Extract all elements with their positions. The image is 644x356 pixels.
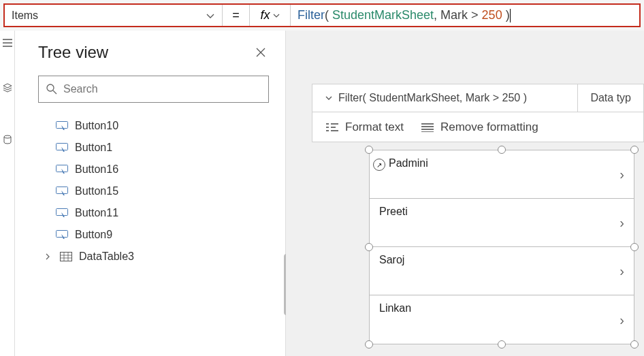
fx-cell[interactable]: fx — [250, 5, 291, 26]
resize-handle[interactable] — [365, 243, 373, 251]
rail-data-icon[interactable] — [0, 127, 15, 152]
svg-point-0 — [4, 135, 11, 138]
gallery-row[interactable]: Linkan › — [370, 295, 634, 344]
tree-item-label: Button1 — [75, 142, 112, 154]
formula-token-datasource: StudentMarkSheet — [332, 8, 434, 22]
resize-handle[interactable] — [630, 146, 639, 154]
tree-item-button1[interactable]: Button1 — [15, 137, 285, 159]
tree-header: Tree view — [15, 43, 285, 71]
gallery-body: ↗ Padmini › Preeti › Saroj › Linkan › — [369, 150, 634, 344]
gallery-row-name: Saroj — [379, 254, 404, 266]
tree-item-datatable3[interactable]: DataTable3 — [15, 246, 285, 268]
remove-format-icon — [421, 123, 434, 132]
tree-title: Tree view — [38, 43, 108, 62]
text-cursor — [510, 9, 511, 22]
svg-rect-2 — [57, 122, 68, 129]
resize-handle[interactable] — [498, 146, 506, 154]
table-icon — [60, 251, 72, 262]
canvas-area: Filter( StudentMarkSheet, Mark > 250 ) D… — [286, 31, 644, 356]
remove-formatting-button[interactable]: Remove formatting — [421, 120, 538, 134]
property-selector[interactable]: Items — [5, 5, 223, 26]
tree-item-label: Button16 — [75, 163, 118, 176]
tree-item-label: Button15 — [75, 185, 118, 197]
button-icon — [56, 208, 68, 219]
svg-rect-3 — [57, 144, 68, 150]
tree-list: Button10 Button1 Button16 Button15 Butto… — [15, 112, 285, 268]
left-rail — [0, 31, 15, 356]
close-icon[interactable] — [255, 47, 266, 58]
result-datatype-segment[interactable]: Data typ — [578, 84, 643, 112]
rail-tree-icon[interactable] — [0, 31, 15, 55]
format-text-button[interactable]: Format text — [326, 120, 404, 134]
tree-item-button16[interactable]: Button16 — [15, 159, 285, 180]
tree-item-button10[interactable]: Button10 — [15, 115, 285, 137]
result-formula-text: Filter( StudentMarkSheet, Mark > 250 ) — [338, 92, 527, 104]
tree-item-label: DataTable3 — [79, 250, 134, 263]
resize-handle[interactable] — [630, 243, 639, 251]
formula-token-func: Filter — [297, 8, 325, 22]
resize-handle[interactable] — [365, 340, 373, 349]
fx-label: fx — [260, 8, 270, 22]
search-icon — [46, 83, 58, 95]
rail-layers-icon[interactable] — [0, 76, 15, 100]
equals-label: = — [232, 8, 240, 22]
formula-result-bar: Filter( StudentMarkSheet, Mark > 250 ) D… — [312, 84, 644, 112]
chevron-right-icon[interactable]: › — [619, 215, 624, 231]
button-icon — [56, 142, 68, 153]
button-icon — [56, 186, 68, 197]
svg-rect-8 — [61, 253, 72, 261]
chevron-right-icon[interactable] — [42, 253, 53, 260]
formula-token-close: ) — [502, 8, 510, 22]
resize-handle[interactable] — [365, 146, 373, 154]
chevron-right-icon[interactable]: › — [619, 167, 624, 182]
tree-item-label: Button9 — [75, 229, 112, 241]
chevron-right-icon[interactable]: › — [619, 312, 624, 327]
gallery-row-name: Padmini — [389, 157, 428, 169]
formula-token-open: ( — [325, 8, 332, 22]
search-input[interactable] — [63, 83, 261, 95]
button-icon — [56, 229, 68, 240]
equals-cell: = — [223, 5, 250, 26]
tree-item-label: Button11 — [75, 207, 118, 219]
button-icon — [56, 120, 68, 131]
gallery-row[interactable]: Saroj › — [370, 247, 634, 295]
remove-formatting-label: Remove formatting — [440, 120, 538, 134]
tree-item-button15[interactable]: Button15 — [15, 180, 285, 202]
result-datatype-text: Data typ — [590, 92, 631, 104]
svg-rect-7 — [57, 231, 68, 238]
gallery-row[interactable]: Preeti › — [370, 199, 634, 247]
gallery-row[interactable]: ↗ Padmini › — [370, 150, 634, 199]
tree-view-panel: Tree view Button10 Button1 Button16 Butt… — [15, 31, 286, 356]
gallery-control[interactable]: ↗ Padmini › Preeti › Saroj › Linkan › — [369, 150, 634, 344]
tree-item-button9[interactable]: Button9 — [15, 224, 285, 246]
tree-item-button11[interactable]: Button11 — [15, 202, 285, 224]
result-formula-segment[interactable]: Filter( StudentMarkSheet, Mark > 250 ) — [312, 84, 578, 112]
chevron-right-icon[interactable]: › — [619, 263, 624, 279]
formula-bar: Items = fx Filter( StudentMarkSheet, Mar… — [3, 3, 641, 27]
format-icon — [326, 123, 338, 132]
chevron-down-icon — [206, 11, 215, 20]
resize-handle[interactable] — [630, 340, 639, 349]
chevron-down-icon — [273, 12, 280, 19]
formula-toolbar: Format text Remove formatting — [312, 112, 644, 142]
tree-search[interactable] — [38, 76, 269, 103]
svg-point-1 — [47, 84, 54, 91]
svg-rect-4 — [57, 165, 68, 172]
property-name: Items — [12, 10, 38, 22]
chevron-down-icon — [325, 94, 333, 102]
svg-rect-6 — [57, 209, 68, 216]
resize-handle[interactable] — [498, 340, 506, 349]
button-icon — [56, 164, 68, 175]
formula-token-sep: , Mark > — [434, 8, 482, 22]
format-text-label: Format text — [345, 120, 404, 134]
gallery-row-name: Linkan — [379, 302, 411, 314]
tree-item-label: Button10 — [75, 120, 118, 132]
target-icon: ↗ — [373, 159, 385, 171]
gallery-row-name: Preeti — [379, 206, 408, 218]
formula-input[interactable]: Filter( StudentMarkSheet, Mark > 250 ) — [291, 5, 639, 26]
formula-token-number: 250 — [482, 8, 502, 22]
svg-rect-5 — [57, 187, 68, 194]
